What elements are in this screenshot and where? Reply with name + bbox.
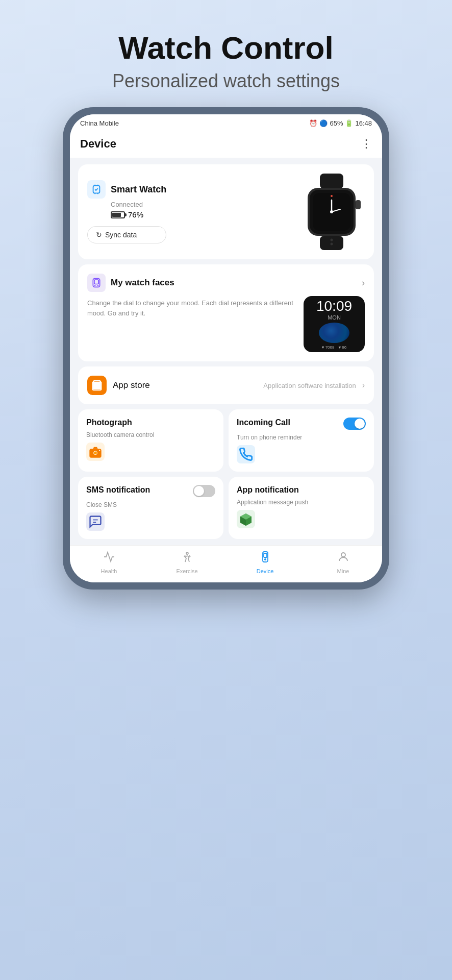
svg-rect-18 (94, 280, 98, 284)
status-bar: China Mobile ⏰ 🔵 65% 🔋 16:48 (70, 114, 382, 130)
watch-stat2: ♥ 86 (338, 345, 346, 350)
svg-point-37 (341, 553, 345, 557)
watch-connected: Connected (111, 201, 166, 208)
bottom-nav: Health Exercise (70, 545, 382, 582)
app-title: Device (80, 137, 116, 151)
more-menu-button[interactable]: ⋮ (361, 137, 372, 151)
watch-face-day: MON (316, 314, 352, 321)
app-store-desc: Application software installation (263, 382, 356, 389)
health-label: Health (101, 568, 117, 574)
svg-point-36 (264, 559, 265, 560)
phone-icon (237, 445, 255, 463)
battery-bar-icon: 🔋 (345, 119, 353, 127)
sync-data-button[interactable]: ↻ Sync data (87, 226, 166, 243)
watch-name: Smart Watch (111, 184, 166, 195)
device-label: Device (257, 568, 274, 574)
exercise-label: Exercise (176, 568, 197, 574)
svg-rect-35 (264, 553, 267, 557)
sync-label: Sync data (105, 231, 137, 239)
phone-inner: China Mobile ⏰ 🔵 65% 🔋 16:48 Device ⋮ (70, 114, 382, 582)
smart-watch-card: Smart Watch Connected 76% ↻ (78, 164, 374, 259)
svg-point-25 (94, 452, 97, 455)
svg-rect-5 (320, 174, 343, 189)
page-background: Watch Control Personalized watch setting… (63, 31, 389, 590)
nav-mine[interactable]: Mine (328, 551, 359, 574)
incoming-call-subtitle: Turn on phone reminder (237, 434, 366, 441)
incoming-call-title: Incoming Call (237, 418, 290, 427)
app-store-card[interactable]: A App store Application software install… (78, 366, 374, 404)
battery-icon (111, 211, 125, 218)
svg-point-26 (99, 450, 100, 451)
main-title: Watch Control (63, 31, 389, 65)
nav-device[interactable]: Device (250, 551, 281, 574)
watch-face-icon-box (87, 274, 106, 292)
watch-stat1: ♥ 7068 (322, 345, 335, 350)
app-store-chevron-icon: › (362, 381, 365, 390)
feature-grid: Photograph Bluetooth camera control (78, 409, 374, 539)
sms-icon (86, 512, 105, 531)
mine-icon (337, 551, 349, 566)
exercise-icon (181, 551, 193, 566)
status-right: ⏰ 🔵 65% 🔋 16:48 (309, 119, 372, 127)
svg-point-16 (331, 243, 333, 246)
watch-info: Smart Watch Connected 76% ↻ (87, 180, 166, 243)
phone-frame: China Mobile ⏰ 🔵 65% 🔋 16:48 Device ⋮ (63, 107, 389, 590)
svg-point-12 (330, 210, 333, 213)
watch-face-chevron: › (362, 278, 365, 288)
svg-point-33 (186, 552, 188, 554)
device-icon (259, 551, 271, 566)
nav-exercise[interactable]: Exercise (172, 551, 203, 574)
sms-subtitle: Close SMS (86, 501, 215, 508)
app-notification-title: App notification (237, 485, 299, 495)
app-store-icon: A (87, 376, 107, 395)
battery-percent: 76% (128, 210, 143, 219)
sms-toggle[interactable] (193, 485, 215, 497)
main-subtitle: Personalized watch settings (63, 70, 389, 92)
sync-icon: ↻ (96, 231, 102, 239)
camera-icon (86, 443, 105, 461)
scroll-content: Smart Watch Connected 76% ↻ (70, 158, 382, 545)
incoming-call-card[interactable]: Incoming Call Turn on phone reminder (229, 409, 374, 472)
nav-health[interactable]: Health (94, 551, 124, 574)
app-notification-icon (237, 510, 255, 528)
incoming-call-toggle[interactable] (343, 418, 366, 430)
battery-text: 65% (330, 119, 343, 127)
watch-face-title: My watch faces (111, 278, 174, 288)
mine-label: Mine (337, 568, 349, 574)
app-notification-card[interactable]: App notification Application message pus… (229, 477, 374, 539)
sms-title: SMS notification (86, 485, 150, 495)
app-notification-subtitle: Application message push (237, 499, 366, 506)
health-icon (103, 551, 115, 566)
bluetooth-icon: 🔵 (319, 119, 328, 127)
header-text: Watch Control Personalized watch setting… (63, 31, 389, 92)
svg-point-13 (331, 195, 333, 197)
photograph-subtitle: Bluetooth camera control (86, 431, 215, 438)
sms-notification-card[interactable]: SMS notification Close SMS (78, 477, 223, 539)
app-header: Device ⋮ (70, 130, 382, 158)
svg-point-15 (331, 239, 333, 241)
watch-face-preview: 10:09 MON ♥ 7068 ♥ 86 (304, 296, 365, 352)
watch-battery-row: 76% (111, 210, 166, 219)
watch-image (298, 174, 365, 250)
watch-icon-box (87, 180, 106, 199)
watch-face-description: Change the dial to change your mood. Eac… (87, 298, 298, 318)
carrier: China Mobile (80, 119, 119, 127)
alarm-icon: ⏰ (309, 119, 317, 127)
svg-rect-8 (356, 200, 361, 209)
app-store-name: App store (113, 380, 150, 390)
time-display: 16:48 (355, 119, 372, 127)
watch-face-card[interactable]: My watch faces › Change the dial to chan… (78, 264, 374, 361)
watch-face-time: 10:09 (316, 299, 352, 314)
photograph-card[interactable]: Photograph Bluetooth camera control (78, 409, 223, 472)
photograph-title: Photograph (86, 418, 132, 427)
